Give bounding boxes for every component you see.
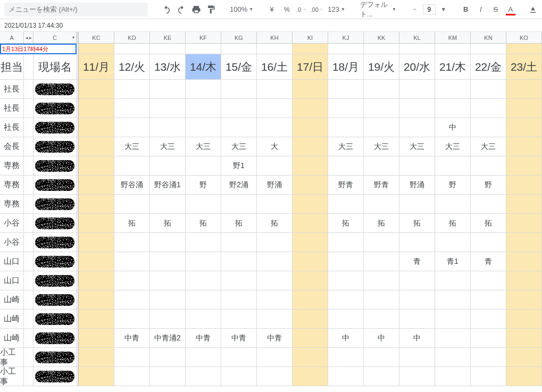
data-cell[interactable] bbox=[186, 348, 221, 367]
data-cell[interactable]: 中青 bbox=[186, 329, 221, 348]
active-cell-note[interactable]: 1月13日17時44分 bbox=[0, 44, 77, 54]
cell[interactable] bbox=[364, 44, 399, 54]
data-cell[interactable] bbox=[364, 271, 399, 290]
data-cell[interactable] bbox=[186, 271, 221, 290]
data-cell[interactable] bbox=[221, 118, 257, 137]
cell[interactable] bbox=[24, 271, 34, 290]
data-cell[interactable] bbox=[293, 252, 328, 271]
genba-cell[interactable] bbox=[34, 214, 77, 233]
more-formats-dropdown[interactable]: 123▼ bbox=[324, 3, 348, 16]
data-cell[interactable] bbox=[364, 156, 399, 176]
data-cell[interactable] bbox=[328, 310, 364, 329]
data-cell[interactable] bbox=[328, 271, 364, 290]
genba-cell[interactable] bbox=[34, 290, 77, 310]
data-cell[interactable] bbox=[186, 310, 221, 329]
data-cell[interactable] bbox=[186, 80, 221, 99]
data-cell[interactable] bbox=[293, 118, 328, 137]
tantou-cell[interactable]: 専務 bbox=[0, 195, 24, 214]
data-cell[interactable] bbox=[471, 329, 506, 348]
data-cell[interactable]: 中青 bbox=[221, 329, 257, 348]
data-cell[interactable] bbox=[293, 195, 328, 214]
data-cell[interactable] bbox=[293, 290, 328, 310]
data-cell[interactable] bbox=[435, 290, 471, 310]
data-cell[interactable] bbox=[150, 195, 186, 214]
data-cell[interactable] bbox=[293, 367, 328, 386]
col-header[interactable]: KC bbox=[79, 32, 114, 43]
data-cell[interactable] bbox=[435, 310, 471, 329]
col-header[interactable]: KI bbox=[293, 32, 328, 43]
genba-cell[interactable] bbox=[34, 156, 77, 176]
col-header[interactable]: KN bbox=[471, 32, 506, 43]
data-cell[interactable]: 拓 bbox=[257, 214, 293, 233]
tantou-cell[interactable]: 山口 bbox=[0, 271, 24, 290]
cell[interactable] bbox=[24, 156, 34, 176]
data-cell[interactable] bbox=[399, 156, 435, 176]
data-cell[interactable] bbox=[471, 367, 506, 386]
data-cell[interactable] bbox=[328, 99, 364, 118]
data-cell[interactable] bbox=[221, 99, 257, 118]
data-cell[interactable]: 野涌 bbox=[399, 176, 435, 195]
cell[interactable] bbox=[24, 367, 34, 386]
data-cell[interactable] bbox=[221, 252, 257, 271]
data-cell[interactable]: 中 bbox=[364, 329, 399, 348]
cell[interactable] bbox=[328, 44, 364, 54]
data-cell[interactable]: 拓 bbox=[221, 214, 257, 233]
data-cell[interactable] bbox=[186, 252, 221, 271]
data-cell[interactable] bbox=[114, 367, 150, 386]
data-cell[interactable] bbox=[328, 233, 364, 252]
data-cell[interactable] bbox=[293, 233, 328, 252]
genba-cell[interactable] bbox=[34, 99, 77, 118]
paint-format-button[interactable] bbox=[204, 3, 218, 16]
data-cell[interactable] bbox=[79, 310, 114, 329]
data-cell[interactable] bbox=[114, 118, 150, 137]
redo-button[interactable] bbox=[174, 3, 188, 16]
tantou-cell[interactable]: 専務 bbox=[0, 176, 24, 195]
genba-cell[interactable] bbox=[34, 176, 77, 195]
data-cell[interactable]: 大三 bbox=[364, 137, 399, 156]
data-cell[interactable] bbox=[114, 156, 150, 176]
data-cell[interactable] bbox=[257, 310, 293, 329]
data-cell[interactable] bbox=[257, 252, 293, 271]
data-cell[interactable] bbox=[399, 233, 435, 252]
data-cell[interactable] bbox=[399, 271, 435, 290]
cell[interactable] bbox=[24, 348, 34, 367]
data-cell[interactable] bbox=[435, 80, 471, 99]
data-cell[interactable] bbox=[114, 310, 150, 329]
cell[interactable] bbox=[24, 252, 34, 271]
header-date[interactable]: 22/金 bbox=[471, 54, 506, 80]
cell[interactable] bbox=[79, 44, 114, 54]
data-cell[interactable] bbox=[293, 99, 328, 118]
cell[interactable] bbox=[399, 44, 435, 54]
data-cell[interactable] bbox=[79, 329, 114, 348]
data-cell[interactable] bbox=[186, 233, 221, 252]
data-cell[interactable]: 野 bbox=[471, 176, 506, 195]
cell[interactable] bbox=[24, 80, 34, 99]
genba-cell[interactable] bbox=[34, 195, 77, 214]
data-cell[interactable] bbox=[114, 252, 150, 271]
genba-cell[interactable] bbox=[34, 329, 77, 348]
tantou-cell[interactable]: 社長 bbox=[0, 118, 24, 137]
header-date[interactable]: 20/水 bbox=[399, 54, 435, 80]
data-cell[interactable] bbox=[506, 233, 542, 252]
data-cell[interactable] bbox=[221, 233, 257, 252]
data-cell[interactable] bbox=[150, 80, 186, 99]
data-cell[interactable] bbox=[186, 156, 221, 176]
data-cell[interactable] bbox=[293, 310, 328, 329]
data-cell[interactable]: 野 bbox=[186, 176, 221, 195]
menu-search-input[interactable] bbox=[4, 3, 148, 16]
col-header[interactable]: KE bbox=[150, 32, 186, 43]
tantou-cell[interactable]: 山崎 bbox=[0, 329, 24, 348]
data-cell[interactable] bbox=[114, 271, 150, 290]
data-cell[interactable] bbox=[471, 99, 506, 118]
data-cell[interactable] bbox=[364, 290, 399, 310]
cell[interactable] bbox=[24, 176, 34, 195]
data-cell[interactable] bbox=[399, 310, 435, 329]
tantou-cell[interactable]: 小谷 bbox=[0, 233, 24, 252]
data-cell[interactable]: 大三 bbox=[399, 137, 435, 156]
data-cell[interactable]: 拓 bbox=[471, 214, 506, 233]
font-size-input[interactable] bbox=[423, 4, 436, 15]
data-cell[interactable] bbox=[328, 290, 364, 310]
cell[interactable] bbox=[24, 99, 34, 118]
data-cell[interactable] bbox=[435, 195, 471, 214]
cell[interactable] bbox=[24, 54, 34, 80]
